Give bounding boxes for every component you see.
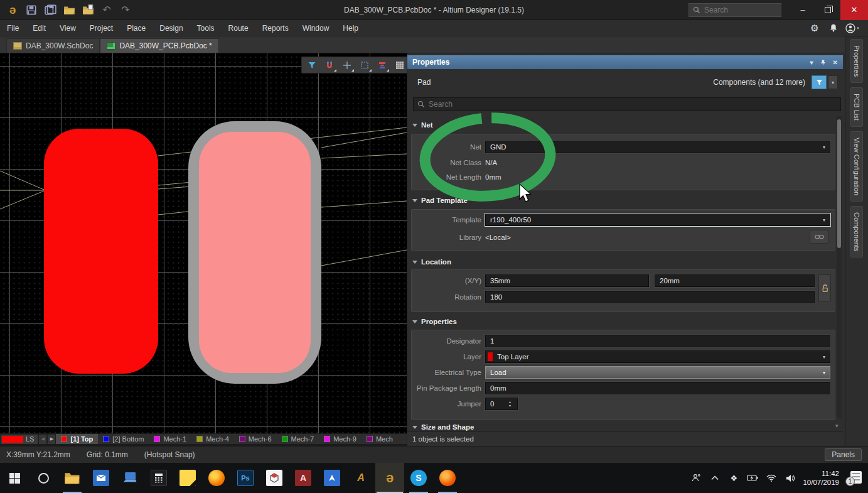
selected-pad[interactable] — [199, 132, 311, 373]
wifi-icon[interactable] — [765, 472, 778, 484]
panel-close-icon[interactable]: ✕ — [833, 59, 838, 66]
pad-stack-tool-button[interactable] — [375, 58, 390, 72]
side-tab-properties[interactable]: Properties — [850, 39, 863, 83]
altium-designer-taskbar-button[interactable]: ə — [375, 463, 404, 493]
properties-panel-header[interactable]: Properties ▾ ✕ — [407, 55, 843, 69]
layer-tab-top[interactable]: [1] Top — [56, 434, 98, 445]
layer-scroll-right-button[interactable]: ▶ — [47, 434, 56, 445]
tab-schdoc[interactable]: DAB_300W.SchDoc — [6, 38, 100, 53]
layer-tab-mech4[interactable]: Mech-4 — [191, 434, 234, 445]
menu-project[interactable]: Project — [83, 20, 120, 36]
lock-position-button[interactable] — [818, 274, 831, 302]
designator-field[interactable] — [485, 335, 830, 347]
y-field[interactable] — [655, 274, 815, 287]
file-explorer-button[interactable] — [58, 463, 87, 493]
panels-button[interactable]: Panels — [825, 448, 862, 461]
action-center-button[interactable]: 1 — [845, 471, 862, 485]
pin-package-length-input[interactable] — [490, 384, 825, 392]
grid-tool-button[interactable] — [392, 58, 407, 72]
crosshair-tool-button[interactable] — [340, 58, 355, 72]
menu-view[interactable]: View — [53, 20, 83, 36]
rotation-input[interactable] — [490, 293, 810, 301]
layer-tab-mech1[interactable]: Mech-1 — [149, 434, 191, 445]
selection-tool-button[interactable] — [357, 58, 372, 72]
layer-select[interactable]: Top Layer▾ — [485, 350, 830, 363]
template-select[interactable]: r190_400r50▾ — [485, 214, 830, 226]
panel-search-input[interactable] — [429, 100, 805, 109]
layer-tab-mech9[interactable]: Mech-9 — [319, 434, 362, 445]
jumper-field[interactable] — [485, 398, 518, 410]
settings-button[interactable]: ⚙ — [808, 21, 822, 35]
y-input[interactable] — [660, 277, 810, 284]
photoshop-button[interactable]: Ps — [231, 463, 260, 493]
panel-search[interactable] — [413, 97, 841, 111]
side-tab-pcb-list[interactable]: PCB List — [850, 87, 863, 127]
tray-chevron-up-icon[interactable] — [709, 472, 721, 484]
open-button[interactable] — [63, 4, 75, 16]
notifications-button[interactable] — [827, 21, 840, 35]
section-location[interactable]: Location — [412, 258, 451, 266]
panel-scrollbar[interactable] — [837, 116, 842, 418]
titlebar-search-input[interactable] — [704, 6, 773, 14]
menu-reports[interactable]: Reports — [255, 20, 296, 36]
pcb-canvas[interactable] — [0, 53, 407, 433]
net-select[interactable]: GND▾ — [485, 141, 830, 153]
spin-down-icon[interactable]: ▾ — [509, 404, 511, 408]
minimize-button[interactable]: – — [790, 0, 815, 20]
panel-dropdown-icon[interactable]: ▾ — [810, 59, 813, 66]
blue-app-button[interactable] — [318, 463, 346, 493]
scope-filter-dropdown[interactable]: ▾ — [828, 75, 838, 89]
side-tab-components[interactable]: Components — [850, 206, 863, 257]
save-all-button[interactable] — [44, 4, 56, 16]
electrical-type-select[interactable]: Load▾ — [485, 366, 830, 379]
layer-scroll-left-button[interactable]: ◀ — [38, 434, 47, 445]
layer-set-button[interactable]: LS — [0, 434, 38, 445]
menu-edit[interactable]: Edit — [26, 20, 53, 36]
section-pad-template[interactable]: Pad Template — [412, 197, 468, 204]
menu-place[interactable]: Place — [120, 20, 153, 36]
section-net[interactable]: Net — [412, 121, 433, 129]
titlebar-search[interactable] — [689, 3, 781, 17]
skype-button[interactable]: S — [404, 463, 433, 493]
volume-icon[interactable] — [784, 472, 796, 484]
autocad-button[interactable]: A — [289, 463, 318, 493]
pc-app-button[interactable] — [115, 463, 144, 493]
section-size-shape[interactable]: Size and Shape — [412, 423, 474, 431]
side-tab-view-configuration[interactable]: View Configuration — [850, 131, 863, 202]
menu-route[interactable]: Route — [222, 20, 255, 36]
menu-file[interactable]: File — [0, 20, 26, 36]
close-button[interactable]: ✕ — [840, 0, 868, 20]
user-account-button[interactable]: ▾ — [845, 21, 859, 35]
pad-top-layer[interactable] — [44, 129, 158, 374]
battery-icon[interactable] — [746, 472, 759, 484]
layer-tab-mech-cut[interactable]: Mech — [362, 434, 398, 445]
people-icon[interactable] — [690, 472, 702, 484]
sticky-notes-button[interactable] — [173, 463, 202, 493]
undo-button[interactable]: ↶ — [100, 4, 113, 16]
altium-365-button[interactable]: A — [346, 463, 375, 493]
open-project-button[interactable] — [82, 4, 94, 16]
layer-tab-bottom[interactable]: [2] Bottom — [98, 434, 149, 445]
pin-icon[interactable] — [820, 59, 827, 66]
menu-design[interactable]: Design — [153, 20, 190, 36]
menu-tools[interactable]: Tools — [190, 20, 222, 36]
scope-filter-button[interactable] — [812, 75, 827, 89]
jumper-stepper[interactable]: ▴▾ — [509, 398, 511, 410]
calculator-button[interactable] — [144, 463, 173, 493]
cortana-button[interactable] — [29, 463, 58, 493]
rotation-field[interactable] — [485, 291, 815, 303]
firefox-button[interactable] — [202, 463, 231, 493]
section-properties[interactable]: Properties — [412, 318, 457, 325]
layer-tab-mech7[interactable]: Mech-7 — [277, 434, 319, 445]
snap-tool-button[interactable] — [322, 58, 337, 72]
firefox-2-button[interactable] — [433, 463, 462, 493]
start-button[interactable] — [0, 463, 29, 493]
mail-app-button[interactable] — [87, 463, 115, 493]
save-button[interactable] — [25, 4, 38, 16]
dropbox-icon[interactable]: ❖ — [727, 472, 740, 484]
filter-tool-button[interactable] — [304, 58, 319, 72]
library-link-button[interactable] — [810, 230, 828, 244]
menu-help[interactable]: Help — [336, 20, 365, 36]
menu-window[interactable]: Window — [296, 20, 336, 36]
restore-button[interactable] — [815, 0, 840, 20]
